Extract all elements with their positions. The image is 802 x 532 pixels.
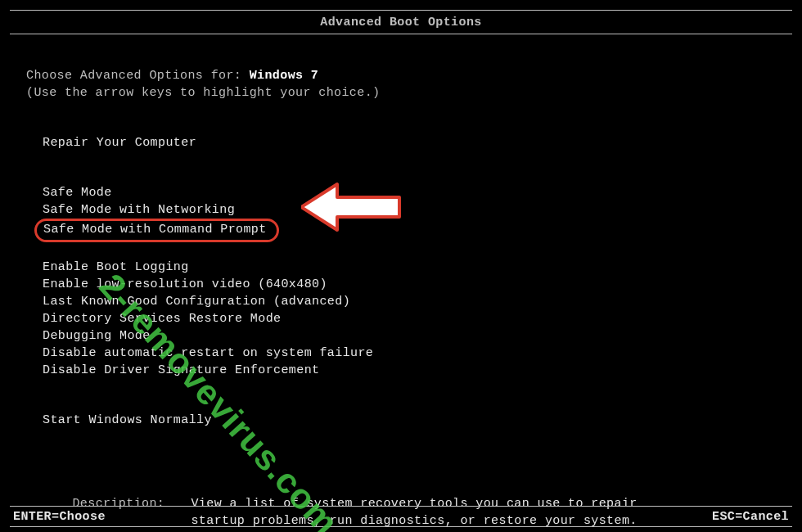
menu-item-safe-mode-networking[interactable]: Safe Mode with Networking [43, 201, 776, 219]
footer-esc: ESC=Cancel [712, 510, 789, 524]
safe-mode-menu-group: Safe Mode Safe Mode with Networking Safe… [26, 184, 776, 242]
menu-item-safe-mode-cmd-wrapper: Safe Mode with Command Prompt [43, 219, 776, 242]
os-name: Windows 7 [250, 69, 319, 83]
footer-bar: ENTER=Choose ESC=Cancel [10, 506, 792, 527]
title-bar: Advanced Boot Options [10, 10, 792, 34]
menu-item-safe-mode[interactable]: Safe Mode [43, 184, 776, 201]
repair-section: Repair Your Computer [26, 134, 776, 151]
menu-item-debugging[interactable]: Debugging Mode [43, 327, 776, 345]
footer-enter: ENTER=Choose [13, 510, 106, 524]
content-area: Choose Advanced Options for: Windows 7 (… [10, 34, 792, 532]
advanced-menu-group: Enable Boot Logging Enable low-resolutio… [26, 259, 776, 379]
menu-item-start-normally[interactable]: Start Windows Normally [43, 412, 776, 429]
instruction-text: (Use the arrow keys to highlight your ch… [26, 84, 776, 101]
menu-item-repair[interactable]: Repair Your Computer [43, 134, 776, 151]
menu-item-ds-restore[interactable]: Directory Services Restore Mode [43, 310, 776, 327]
choose-line: Choose Advanced Options for: Windows 7 [26, 67, 776, 84]
choose-prefix: Choose Advanced Options for: [26, 69, 250, 83]
menu-item-boot-logging[interactable]: Enable Boot Logging [43, 259, 776, 276]
menu-item-last-known-good[interactable]: Last Known Good Configuration (advanced) [43, 293, 776, 310]
menu-item-safe-mode-cmd[interactable]: Safe Mode with Command Prompt [34, 219, 279, 242]
title-text: Advanced Boot Options [320, 16, 481, 29]
boot-options-screen: Advanced Boot Options Choose Advanced Op… [0, 10, 802, 532]
normal-menu-group: Start Windows Normally [26, 412, 776, 429]
menu-item-low-res[interactable]: Enable low-resolution video (640x480) [43, 276, 776, 293]
menu-item-disable-auto-restart[interactable]: Disable automatic restart on system fail… [43, 345, 776, 362]
menu-item-disable-driver-sig[interactable]: Disable Driver Signature Enforcement [43, 362, 776, 379]
